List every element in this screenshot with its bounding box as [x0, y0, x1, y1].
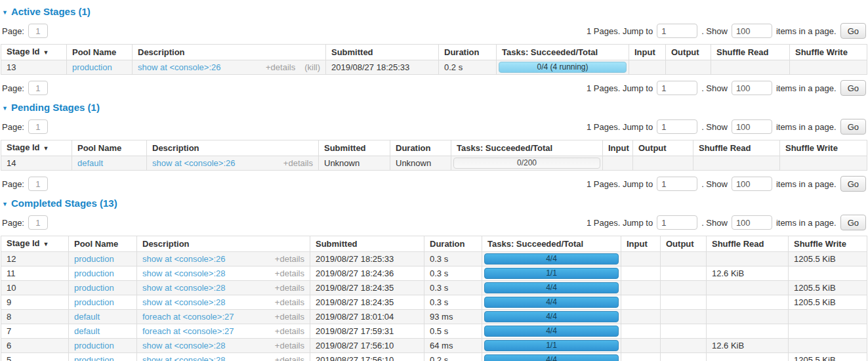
pool-name-link[interactable]: production — [74, 254, 114, 264]
page-number-input[interactable] — [28, 177, 48, 191]
column-header-duration[interactable]: Duration — [390, 140, 451, 156]
duration-cell: 0.2 s — [439, 60, 497, 75]
stage-description-link[interactable]: show at <console>:28 — [142, 355, 225, 361]
pool-name-link[interactable]: production — [72, 62, 112, 72]
column-header-stage_id[interactable]: Stage Id▼ — [1, 45, 67, 60]
column-header-submitted[interactable]: Submitted — [319, 140, 390, 156]
column-header-pool[interactable]: Pool Name — [69, 236, 137, 252]
column-header-duration[interactable]: Duration — [439, 45, 497, 60]
stage-description-link[interactable]: show at <console>:28 — [142, 341, 225, 350]
go-button[interactable]: Go — [840, 119, 866, 135]
column-header-output[interactable]: Output — [661, 236, 707, 252]
stage-description-link[interactable]: show at <console>:28 — [142, 297, 225, 307]
pagination-controls: 1 Pages. Jump to. Showitems in a page.Go — [587, 119, 866, 135]
column-header-description[interactable]: Description — [137, 236, 310, 252]
jump-to-input[interactable] — [657, 177, 697, 191]
column-header-input[interactable]: Input — [603, 140, 633, 156]
pool-name-link[interactable]: default — [74, 312, 100, 322]
column-header-shuffle_write[interactable]: Shuffle Write — [780, 140, 867, 156]
column-header-input[interactable]: Input — [621, 236, 661, 252]
stage-description-link[interactable]: show at <console>:28 — [142, 283, 225, 293]
column-header-submitted[interactable]: Submitted — [326, 45, 439, 60]
details-toggle[interactable]: +details — [275, 283, 304, 293]
details-toggle[interactable]: +details — [275, 268, 304, 278]
column-header-stage_id[interactable]: Stage Id▼ — [1, 236, 69, 252]
page-number-input[interactable] — [28, 119, 48, 134]
page-number-input[interactable] — [28, 81, 48, 95]
input-cell — [621, 295, 661, 310]
show-items-input[interactable] — [732, 81, 772, 95]
pool-name-cell: production — [69, 339, 137, 353]
column-header-tasks[interactable]: Tasks: Succeeded/Total — [497, 45, 629, 60]
section-header-active[interactable]: ▼Active Stages (1) — [2, 6, 91, 17]
section-header-completed[interactable]: ▼Completed Stages (13) — [2, 198, 117, 209]
details-toggle[interactable]: +details — [275, 355, 304, 361]
pool-name-link[interactable]: production — [74, 268, 114, 278]
show-items-input[interactable] — [732, 215, 772, 230]
collapse-arrow-icon: ▼ — [2, 201, 8, 207]
page-number-input[interactable] — [28, 215, 48, 230]
pool-name-link[interactable]: production — [74, 341, 114, 350]
details-toggle[interactable]: +details — [275, 297, 304, 307]
details-toggle[interactable]: +details — [275, 326, 304, 336]
column-header-tasks[interactable]: Tasks: Succeeded/Total — [451, 140, 603, 156]
jump-to-input[interactable] — [657, 81, 697, 95]
shuffle-write-cell — [789, 266, 867, 281]
column-header-description[interactable]: Description — [147, 140, 319, 156]
details-toggle[interactable]: +details — [275, 312, 304, 322]
column-header-duration[interactable]: Duration — [424, 236, 482, 252]
column-header-shuffle_write[interactable]: Shuffle Write — [790, 45, 867, 60]
column-header-label: Tasks: Succeeded/Total — [457, 143, 552, 153]
column-header-shuffle_read[interactable]: Shuffle Read — [693, 140, 780, 156]
section-header-pending[interactable]: ▼Pending Stages (1) — [2, 102, 100, 113]
column-header-shuffle_write[interactable]: Shuffle Write — [789, 236, 867, 252]
pool-name-link[interactable]: production — [74, 297, 114, 307]
column-header-pool[interactable]: Pool Name — [72, 140, 147, 156]
details-toggle[interactable]: +details — [283, 158, 313, 168]
column-header-pool[interactable]: Pool Name — [67, 45, 133, 60]
go-button[interactable]: Go — [840, 23, 866, 39]
stage-description-link[interactable]: show at <console>:28 — [142, 268, 225, 278]
show-items-input[interactable] — [732, 177, 772, 191]
description-cell: show at <console>:28+details — [137, 295, 310, 310]
pages-count-text: 1 Pages. Jump to — [587, 218, 653, 228]
column-header-stage_id[interactable]: Stage Id▼ — [1, 140, 72, 156]
jump-to-input[interactable] — [657, 215, 697, 230]
tasks-cell: 4/4 — [482, 295, 621, 310]
column-header-output[interactable]: Output — [633, 140, 693, 156]
column-header-output[interactable]: Output — [666, 45, 711, 60]
pool-name-cell: default — [72, 156, 147, 171]
pool-name-cell: default — [69, 310, 137, 324]
stage-description-link[interactable]: foreach at <console>:27 — [142, 312, 234, 322]
stage-description-link[interactable]: show at <console>:26 — [142, 254, 225, 264]
pool-name-link[interactable]: production — [74, 283, 114, 293]
pool-name-link[interactable]: default — [77, 158, 103, 168]
go-button[interactable]: Go — [840, 176, 866, 192]
tasks-progress-bar: 0/200 — [453, 158, 600, 169]
show-items-input[interactable] — [732, 119, 772, 134]
stage-description-link[interactable]: show at <console>:26 — [152, 158, 235, 168]
details-toggle[interactable]: +details — [275, 341, 304, 350]
column-header-input[interactable]: Input — [629, 45, 666, 60]
description-flex: foreach at <console>:27+details — [142, 312, 304, 322]
column-header-tasks[interactable]: Tasks: Succeeded/Total — [482, 236, 621, 252]
column-header-description[interactable]: Description — [133, 45, 326, 60]
stage-description-link[interactable]: show at <console>:26 — [138, 62, 220, 72]
go-button[interactable]: Go — [840, 80, 866, 96]
stage-description-link[interactable]: foreach at <console>:27 — [142, 326, 234, 336]
kill-link[interactable]: (kill) — [304, 62, 320, 72]
jump-to-input[interactable] — [657, 24, 697, 38]
section-title-label: Active Stages (1) — [11, 6, 91, 17]
jump-to-input[interactable] — [657, 119, 697, 134]
details-toggle[interactable]: +details — [266, 62, 295, 72]
go-button[interactable]: Go — [840, 215, 866, 230]
column-header-submitted[interactable]: Submitted — [310, 236, 424, 252]
column-header-shuffle_read[interactable]: Shuffle Read — [707, 236, 789, 252]
pool-name-link[interactable]: production — [74, 355, 114, 361]
details-toggle[interactable]: +details — [275, 254, 304, 264]
pool-name-link[interactable]: default — [74, 326, 100, 336]
page-number-input[interactable] — [28, 24, 48, 38]
show-items-input[interactable] — [732, 24, 772, 38]
pagination-left: Page: — [2, 24, 48, 38]
column-header-shuffle_read[interactable]: Shuffle Read — [711, 45, 790, 60]
